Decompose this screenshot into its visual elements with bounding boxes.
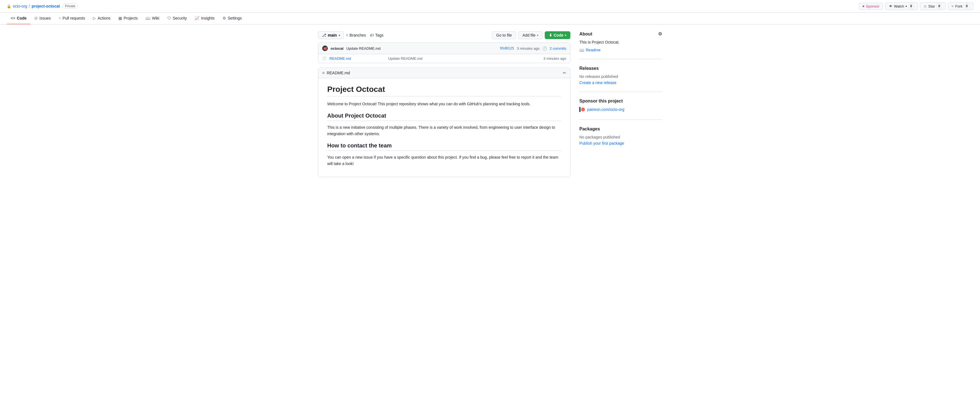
patreon-logo bbox=[579, 107, 585, 112]
branch-selector[interactable]: ⎇ main ▾ bbox=[318, 31, 344, 39]
tab-actions-label: Actions bbox=[98, 16, 111, 21]
download-icon: ⬇ bbox=[549, 33, 552, 37]
watch-count: 0 bbox=[908, 4, 914, 9]
publish-package-link[interactable]: Publish your first package bbox=[579, 141, 624, 146]
releases-title-text: Releases bbox=[579, 66, 598, 71]
actions-icon: ▷ bbox=[93, 16, 96, 21]
tab-code[interactable]: <> Code bbox=[7, 13, 30, 24]
latest-commit-row: 🐙 octocat Update README.md 95d0125 3 min… bbox=[318, 43, 570, 54]
branches-icon: ⑂ bbox=[346, 33, 348, 37]
fork-button[interactable]: ⑂ Fork 0 bbox=[948, 2, 973, 10]
issue-icon: ⊙ bbox=[34, 16, 38, 21]
repo-nav: <> Code ⊙ Issues ⑂ Pull requests ▷ Actio… bbox=[0, 13, 980, 25]
eye-icon: 👁 bbox=[889, 4, 892, 8]
history-icon: 🕐 bbox=[542, 46, 547, 51]
readme-title: ≡ README.md bbox=[322, 71, 350, 75]
repo-sidebar: About ⚙ This is Project Octocat. 📖 Readm… bbox=[579, 31, 662, 177]
branches-link[interactable]: ⑂ Branches bbox=[346, 33, 366, 37]
packages-title-text: Packages bbox=[579, 127, 600, 132]
tab-insights[interactable]: 📈 Insights bbox=[191, 13, 218, 24]
sidebar-sponsor-section: Sponsor this project patreon.com/octo-or… bbox=[579, 99, 662, 120]
star-button[interactable]: ☆ Star 0 bbox=[920, 2, 946, 10]
topbar: 🔒 octo-org / project-octocat Private ♥ S… bbox=[0, 0, 980, 13]
repo-separator: / bbox=[29, 4, 30, 8]
wiki-icon: 📖 bbox=[145, 16, 150, 21]
add-file-button[interactable]: Add file ▾ bbox=[518, 31, 542, 39]
org-link[interactable]: octo-org bbox=[13, 4, 27, 8]
edit-icon[interactable]: ✏ bbox=[563, 71, 566, 75]
readme-filename: README.md bbox=[327, 71, 350, 75]
readme-link[interactable]: 📖 Readme bbox=[579, 48, 601, 52]
code-dropdown-button[interactable]: ⬇ Code ▾ bbox=[545, 31, 570, 39]
commit-time: 3 minutes ago bbox=[517, 46, 540, 51]
watch-button[interactable]: 👁 Watch ▾ 0 bbox=[885, 2, 918, 10]
private-badge: Private bbox=[62, 3, 77, 9]
file-name-link[interactable]: README.md bbox=[329, 56, 385, 60]
star-icon: ☆ bbox=[924, 4, 927, 8]
sponsor-button[interactable]: ♥ Sponsor bbox=[859, 3, 883, 10]
star-label: Star bbox=[928, 4, 935, 8]
readme-intro: Welcome to Project Octocat! This project… bbox=[327, 101, 561, 107]
sponsor-title-text: Sponsor this project bbox=[579, 99, 623, 103]
sidebar-packages-title: Packages bbox=[579, 127, 662, 132]
create-release-link[interactable]: Create a new release bbox=[579, 80, 616, 85]
book-icon: 📖 bbox=[579, 48, 584, 52]
repo-content: ⎇ main ▾ ⑂ Branches 🏷 Tags Go to file Ad… bbox=[318, 31, 570, 177]
readme-content: Project Octocat Welcome to Project Octoc… bbox=[318, 78, 570, 177]
octocat-icon: 🐙 bbox=[323, 46, 327, 50]
tab-security-label: Security bbox=[173, 16, 187, 21]
file-commit-message: Update README.md bbox=[388, 56, 541, 60]
security-icon: 🛡 bbox=[167, 16, 171, 21]
chevron-down-icon: ▾ bbox=[565, 34, 566, 37]
chevron-down-icon: ▾ bbox=[537, 34, 538, 37]
tab-security[interactable]: 🛡 Security bbox=[163, 13, 191, 24]
fork-icon: ⑂ bbox=[951, 4, 954, 8]
patreon-circle bbox=[581, 108, 585, 111]
chevron-down-icon: ▾ bbox=[905, 5, 907, 8]
go-to-file-button[interactable]: Go to file bbox=[492, 31, 516, 39]
insights-icon: 📈 bbox=[195, 16, 199, 21]
commit-message: Update README.md bbox=[346, 46, 497, 51]
fork-label: Fork bbox=[955, 4, 963, 8]
add-file-label: Add file bbox=[522, 33, 536, 37]
branch-links: ⑂ Branches 🏷 Tags bbox=[346, 33, 383, 37]
tab-projects-label: Projects bbox=[124, 16, 138, 21]
tab-actions[interactable]: ▷ Actions bbox=[89, 13, 115, 24]
tab-issues-label: Issues bbox=[39, 16, 51, 21]
readme-main-title: Project Octocat bbox=[327, 85, 561, 96]
gear-icon[interactable]: ⚙ bbox=[658, 31, 662, 37]
git-branch-icon: ⎇ bbox=[321, 33, 326, 37]
repo-name-link[interactable]: project-octocat bbox=[32, 4, 60, 8]
branch-name: main bbox=[328, 33, 337, 37]
tab-issues[interactable]: ⊙ Issues bbox=[30, 13, 54, 24]
tab-pull-requests[interactable]: ⑂ Pull requests bbox=[55, 13, 89, 24]
lock-icon: 🔒 bbox=[7, 4, 11, 8]
patreon-link[interactable]: patreon.com/octo-org bbox=[579, 107, 624, 112]
watch-label: Watch bbox=[894, 4, 904, 8]
file-icon: 📄 bbox=[322, 56, 327, 60]
projects-icon: ▦ bbox=[118, 16, 122, 21]
readme-contact-text: You can open a new issue if you have a s… bbox=[327, 154, 561, 167]
tab-settings-label: Settings bbox=[228, 16, 242, 21]
code-icon: <> bbox=[11, 16, 15, 21]
sidebar-about-title: About ⚙ bbox=[579, 31, 662, 37]
tags-label: Tags bbox=[375, 33, 383, 37]
tab-projects[interactable]: ▦ Projects bbox=[115, 13, 142, 24]
commit-author[interactable]: octocat bbox=[331, 46, 344, 51]
tab-settings[interactable]: ⚙ Settings bbox=[219, 13, 246, 24]
tags-link[interactable]: 🏷 Tags bbox=[370, 33, 383, 37]
no-releases-text: No releases published bbox=[579, 74, 662, 79]
chevron-down-icon: ▾ bbox=[339, 34, 340, 37]
commit-meta: 95d0125 3 minutes ago 🕐 2 commits bbox=[500, 46, 566, 51]
readme-about-text: This is a new initiative consisting of m… bbox=[327, 124, 561, 137]
commit-sha[interactable]: 95d0125 bbox=[500, 46, 514, 50]
tab-code-label: Code bbox=[17, 16, 27, 21]
readme-about-heading: About Project Octocat bbox=[327, 113, 561, 121]
tab-wiki[interactable]: 📖 Wiki bbox=[142, 13, 163, 24]
readme-box: ≡ README.md ✏ Project Octocat Welcome to… bbox=[318, 68, 570, 177]
go-to-file-label: Go to file bbox=[496, 33, 512, 37]
commits-link[interactable]: 2 commits bbox=[550, 46, 566, 51]
sidebar-sponsor-title: Sponsor this project bbox=[579, 99, 662, 103]
readme-header: ≡ README.md ✏ bbox=[318, 68, 570, 78]
main-content: ⎇ main ▾ ⑂ Branches 🏷 Tags Go to file Ad… bbox=[311, 25, 669, 184]
